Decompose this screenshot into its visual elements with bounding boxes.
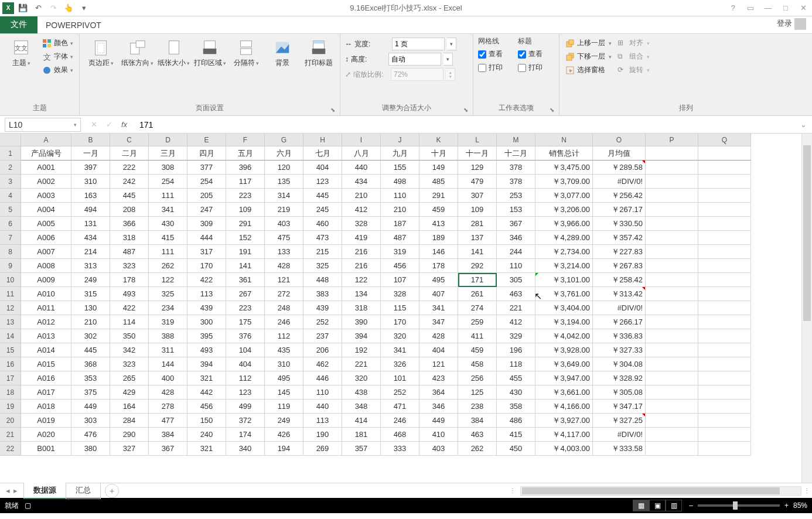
column-header[interactable]: M	[497, 134, 535, 146]
cell[interactable]: 117	[226, 175, 265, 189]
margins-button[interactable]: 页边距	[84, 36, 117, 67]
cell[interactable]	[646, 245, 698, 259]
cell[interactable]: 367	[149, 442, 187, 456]
cell[interactable]: 459	[458, 343, 497, 357]
cell[interactable]	[646, 203, 698, 217]
height-dropdown-icon[interactable]: ▾	[443, 53, 453, 66]
cell[interactable]	[646, 315, 698, 329]
cell[interactable]: 410	[419, 428, 458, 442]
cell[interactable]: ￥2,734.00	[535, 245, 593, 259]
cell[interactable]: 208	[110, 203, 149, 217]
cell[interactable]: 323	[110, 259, 149, 273]
cell[interactable]: 428	[149, 385, 187, 400]
cell[interactable]: ￥3,947.00	[535, 371, 593, 385]
cell[interactable]	[698, 343, 751, 357]
cell[interactable]: ￥266.17	[593, 315, 646, 329]
cell[interactable]: 192	[342, 343, 381, 357]
sheet-nav-prev-icon[interactable]: ◂	[6, 486, 10, 495]
cell[interactable]: 340	[226, 442, 265, 456]
cell[interactable]: 196	[497, 343, 535, 357]
cell[interactable]: ￥4,003.00	[535, 442, 593, 456]
cell[interactable]: 446	[303, 371, 342, 385]
cell[interactable]: 449	[71, 400, 110, 414]
cell[interactable]: ￥3,404.00	[535, 301, 593, 315]
cell[interactable]: 455	[497, 371, 535, 385]
cell[interactable]: 327	[110, 442, 149, 456]
cell[interactable]: 310	[71, 175, 110, 189]
cell[interactable]: 131	[71, 217, 110, 231]
column-header[interactable]: P	[646, 134, 698, 146]
cell[interactable]: 129	[458, 161, 497, 175]
cell[interactable]: 178	[110, 273, 149, 287]
cell[interactable]: 463	[458, 428, 497, 442]
cell[interactable]: 429	[110, 385, 149, 400]
cell[interactable]: 372	[226, 414, 265, 428]
cell[interactable]: 112	[226, 371, 265, 385]
undo-icon[interactable]: ↶	[32, 2, 45, 15]
cell[interactable]: 237	[303, 329, 342, 343]
cell[interactable]: 486	[497, 414, 535, 428]
cell[interactable]: 191	[226, 245, 265, 259]
row-header[interactable]: 15	[0, 343, 21, 357]
cell[interactable]: 329	[497, 329, 535, 343]
cell[interactable]: 121	[419, 357, 458, 371]
cell[interactable]: 318	[110, 231, 149, 245]
cell[interactable]: 412	[342, 203, 381, 217]
cell[interactable]	[698, 428, 751, 442]
close-button[interactable]: ✕	[794, 0, 812, 16]
cell[interactable]: ￥267.83	[593, 259, 646, 273]
cell[interactable]: 254	[149, 175, 187, 189]
height-input[interactable]	[388, 53, 441, 66]
cell[interactable]: 404	[419, 343, 458, 357]
cell[interactable]: 326	[381, 357, 419, 371]
row-header[interactable]: 1	[0, 146, 21, 161]
row-header[interactable]: 2	[0, 161, 21, 175]
cell[interactable]: 210	[381, 203, 419, 217]
cell[interactable]: 397	[71, 161, 110, 175]
cell[interactable]: 310	[265, 357, 303, 371]
split-handle-icon[interactable]: ⋮	[804, 487, 810, 494]
redo-icon[interactable]: ↷	[47, 2, 60, 15]
cell[interactable]	[646, 343, 698, 357]
cell[interactable]: 171	[458, 273, 497, 287]
column-header[interactable]: K	[419, 134, 458, 146]
row-header[interactable]: 12	[0, 301, 21, 315]
row-header[interactable]: 21	[0, 428, 21, 442]
cell[interactable]	[698, 203, 751, 217]
cell[interactable]: 440	[342, 161, 381, 175]
cell[interactable]	[646, 231, 698, 245]
cell[interactable]	[646, 414, 698, 428]
cell[interactable]	[646, 259, 698, 273]
cell[interactable]: A008	[21, 259, 71, 273]
row-header[interactable]: 20	[0, 414, 21, 428]
ribbon-display-icon[interactable]: ▭	[742, 0, 759, 16]
cell[interactable]: 403	[419, 442, 458, 456]
cell[interactable]: ￥3,206.00	[535, 203, 593, 217]
cell[interactable]: ￥3,927.00	[535, 414, 593, 428]
cell[interactable]: 434	[71, 231, 110, 245]
cell[interactable]	[698, 414, 751, 428]
cell[interactable]: 315	[71, 287, 110, 301]
cell[interactable]	[698, 371, 751, 385]
row-header[interactable]: 7	[0, 231, 21, 245]
cell[interactable]: ￥4,117.00	[535, 428, 593, 442]
cell[interactable]: 321	[187, 371, 226, 385]
cell[interactable]: 三月	[149, 146, 187, 161]
cell[interactable]: 364	[419, 385, 458, 400]
cell[interactable]: ￥3,649.00	[535, 357, 593, 371]
cell[interactable]: 422	[110, 301, 149, 315]
cell[interactable]: 460	[303, 217, 342, 231]
column-header[interactable]: L	[458, 134, 497, 146]
cell[interactable]: A006	[21, 231, 71, 245]
gridlines-print-checkbox[interactable]: 打印	[478, 61, 514, 74]
cell[interactable]: 404	[226, 357, 265, 371]
expand-formula-bar-icon[interactable]: ⌄	[800, 120, 812, 129]
cell[interactable]: 118	[497, 357, 535, 371]
cells-area[interactable]: 产品编号一月二月三月四月五月六月七月八月九月十月十一月十二月销售总计月均值A00…	[21, 146, 801, 483]
cell[interactable]: 423	[419, 371, 458, 385]
cell[interactable]: #DIV/0!	[593, 301, 646, 315]
cell[interactable]: 305	[497, 273, 535, 287]
cell[interactable]: 485	[419, 175, 458, 189]
cell[interactable]: 430	[149, 217, 187, 231]
row-header[interactable]: 22	[0, 442, 21, 456]
